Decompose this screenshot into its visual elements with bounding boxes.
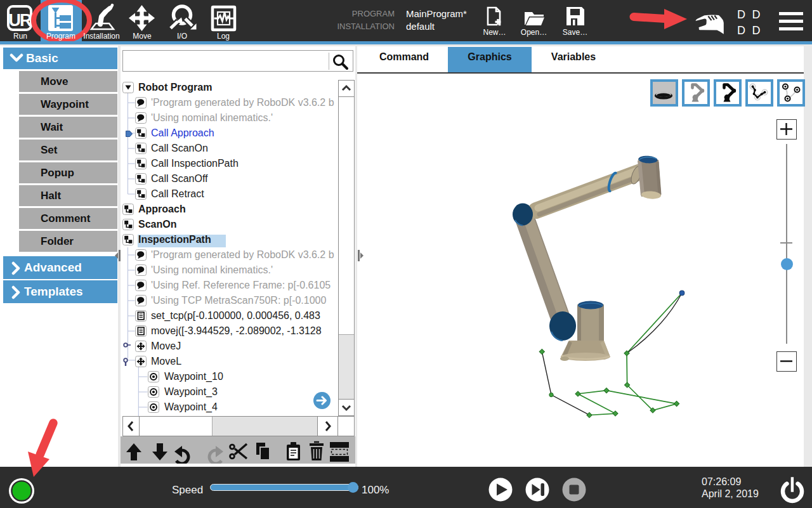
svg-text:UR: UR: [9, 11, 32, 30]
